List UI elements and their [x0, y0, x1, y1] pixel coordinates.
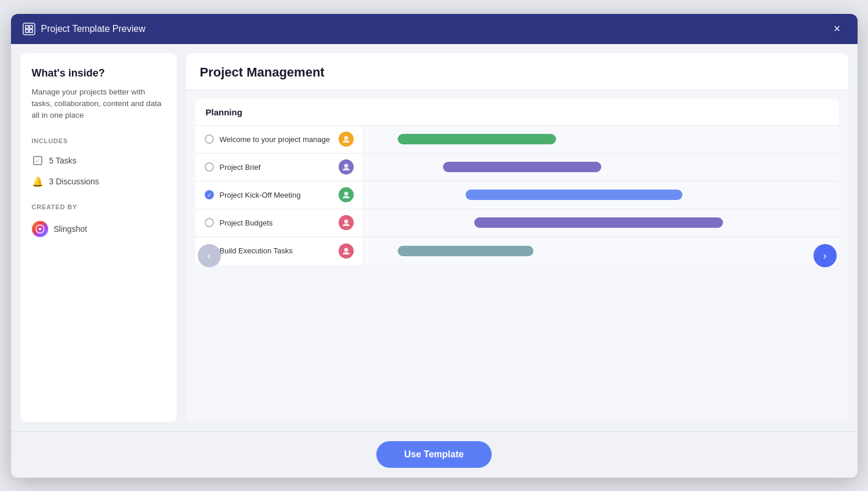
task-row: Welcome to your project manage [195, 126, 839, 154]
task-checkbox-2[interactable] [205, 190, 214, 199]
svg-point-6 [344, 164, 348, 168]
modal-footer: Use Template [11, 431, 858, 478]
task-right-3 [364, 209, 839, 237]
use-template-button[interactable]: Use Template [376, 441, 492, 468]
task-left-1: Project Brief [195, 154, 364, 181]
sidebar-item-discussions: 🔔 3 Discussions [32, 173, 165, 190]
task-avatar-1 [339, 159, 354, 174]
task-checkbox-0[interactable] [205, 134, 214, 144]
task-name-3: Project Budgets [220, 219, 333, 227]
creator-logo [32, 221, 48, 237]
modal-body: What's inside? Manage your projects bett… [11, 44, 858, 478]
planning-header: Planning [195, 99, 839, 126]
nav-prev-button[interactable]: ‹ [198, 244, 221, 267]
gantt-bar-2 [466, 190, 682, 200]
task-row: Project Kick-Off Meeting [195, 181, 839, 209]
gantt-bar-0 [398, 134, 556, 144]
task-avatar-2 [339, 187, 354, 202]
modal-wrapper: Project Template Preview × What's inside… [11, 14, 858, 478]
sidebar-item-tasks: 5 Tasks [32, 152, 165, 169]
svg-point-8 [344, 220, 348, 224]
task-rows-container: Welcome to your project manage Project B… [195, 126, 839, 265]
svg-rect-0 [26, 26, 28, 28]
task-right-2 [364, 181, 839, 209]
discussions-count-label: 3 Discussions [49, 177, 99, 186]
task-name-0: Welcome to your project manage [220, 135, 333, 144]
task-left-2: Project Kick-Off Meeting [195, 181, 364, 209]
header-left: Project Template Preview [23, 23, 146, 35]
task-row: Project Budgets [195, 209, 839, 237]
svg-rect-2 [26, 30, 28, 32]
svg-point-9 [344, 248, 348, 252]
creator-name: Slingshot [54, 224, 88, 234]
svg-rect-1 [30, 26, 32, 28]
close-button[interactable]: × [829, 20, 846, 38]
content-area: What's inside? Manage your projects bett… [11, 44, 858, 431]
task-row: Build Execution Tasks [195, 237, 839, 265]
task-checkbox-3[interactable] [205, 218, 214, 227]
header-icon [23, 23, 35, 35]
checkbox-icon [32, 155, 43, 166]
svg-rect-3 [30, 30, 32, 32]
task-left-4: Build Execution Tasks [195, 237, 364, 265]
sidebar-description: Manage your projects better with tasks, … [32, 86, 165, 122]
task-avatar-3 [339, 215, 354, 230]
task-name-1: Project Brief [220, 163, 333, 172]
includes-label: INCLUDES [32, 137, 165, 144]
task-name-4: Build Execution Tasks [220, 246, 333, 255]
main-content: Project Management ‹ › Planning Welcome … [186, 53, 848, 422]
task-left-0: Welcome to your project manage [195, 126, 364, 153]
main-title: Project Management [200, 65, 834, 80]
gantt-area: ‹ › Planning Welcome to your project man… [186, 90, 848, 422]
task-avatar-4 [339, 243, 354, 259]
task-row: Project Brief [195, 154, 839, 181]
created-by-label: CREATED BY [32, 203, 165, 210]
bell-icon: 🔔 [32, 176, 43, 187]
sidebar: What's inside? Manage your projects bett… [20, 53, 177, 422]
planning-section: Planning Welcome to your project manage [195, 99, 839, 265]
tasks-count-label: 5 Tasks [49, 156, 77, 165]
gantt-bar-3 [474, 217, 723, 228]
task-name-2: Project Kick-Off Meeting [220, 191, 333, 199]
svg-point-5 [344, 136, 348, 140]
task-left-3: Project Budgets [195, 209, 364, 237]
gantt-bar-1 [443, 162, 601, 172]
nav-next-button[interactable]: › [813, 244, 837, 267]
task-avatar-0 [339, 132, 354, 147]
svg-point-7 [344, 192, 348, 196]
task-right-0 [364, 126, 839, 153]
sidebar-title: What's inside? [32, 67, 165, 79]
task-right-4 [364, 237, 839, 265]
task-right-1 [364, 154, 839, 181]
task-checkbox-1[interactable] [205, 162, 214, 172]
creator-row: Slingshot [32, 221, 165, 237]
modal-title: Project Template Preview [41, 24, 146, 34]
main-header: Project Management [186, 53, 848, 90]
modal-header: Project Template Preview × [11, 14, 858, 44]
gantt-bar-4 [398, 246, 533, 256]
